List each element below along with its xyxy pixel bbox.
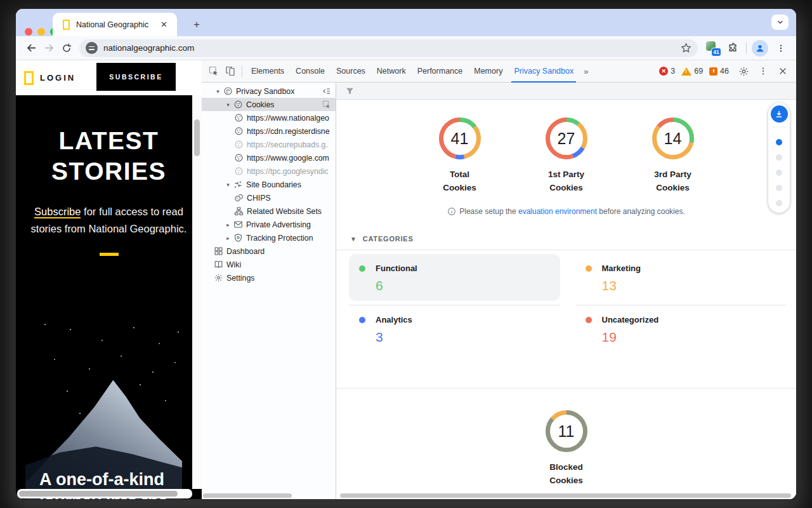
collapse-panel-icon[interactable] (322, 86, 331, 96)
tree-item-label: Settings (226, 274, 254, 283)
inspect-element-icon[interactable] (206, 63, 222, 79)
browser-window: National Geographic ✕ + nationalgeograph… (16, 9, 796, 499)
minimize-window-button[interactable] (37, 28, 45, 36)
tree-item-https-cdn-registerdisne[interactable]: https://cdn.registerdisne (202, 124, 336, 138)
console-errors-badge[interactable]: ✕ 3 (659, 67, 675, 76)
profile-avatar[interactable] (752, 40, 768, 57)
donut-3rd-party-cookies: 143rd PartyCookies (638, 116, 709, 194)
tree-item-related-website-sets[interactable]: Related Website Sets (202, 204, 336, 218)
tree-collapsed-arrow-icon[interactable]: ▸ (223, 222, 233, 228)
devtools-close-icon[interactable] (775, 63, 791, 79)
wiki-icon (213, 260, 224, 269)
site-boundaries-icon (233, 180, 244, 189)
section-dot-4[interactable] (776, 185, 782, 191)
section-dot-1-active[interactable] (776, 139, 782, 145)
donut-label: TotalCookies (443, 168, 476, 194)
devtools-tab-privacy-sandbox[interactable]: Privacy Sandbox (508, 60, 579, 82)
error-icon: ✕ (659, 67, 668, 76)
category-functional[interactable]: Functional6 (349, 254, 560, 305)
site-body: LATEST STORIES Subscribe for full access… (16, 95, 202, 499)
devtools-menu-kebab-icon[interactable] (755, 63, 771, 79)
tree-item-label: Dashboard (226, 247, 265, 256)
story-card-image[interactable]: A one-of-a-kind journey into the Amazon (25, 311, 182, 499)
issues-badge[interactable]: 46 (709, 67, 729, 76)
category-count: 6 (376, 278, 550, 293)
url-bar[interactable]: nationalgeographic.com (79, 39, 698, 57)
site-info-icon[interactable] (86, 42, 98, 54)
tree-item-settings[interactable]: Settings (202, 271, 336, 284)
device-toolbar-icon[interactable] (222, 63, 239, 79)
section-dot-2[interactable] (776, 154, 782, 161)
section-dot-5[interactable] (776, 200, 782, 206)
bookmark-star-icon[interactable] (681, 43, 691, 53)
tree-item-cookies[interactable]: ▾Cookies (202, 98, 336, 111)
tree-item-https-securepubads-g[interactable]: https://securepubads.g. (202, 138, 336, 151)
back-button[interactable] (22, 39, 40, 57)
filter-funnel-icon[interactable] (345, 86, 355, 96)
tree-item-dashboard[interactable]: Dashboard (202, 244, 336, 258)
sidebar-horizontal-scrollbar[interactable] (203, 493, 292, 498)
tree-item-tracking-protection[interactable]: ▸Tracking Protection (202, 231, 336, 244)
forward-button[interactable] (40, 39, 58, 57)
evaluation-environment-link[interactable]: evaluation environment (518, 207, 597, 216)
donut-blocked-cookies: 11BlockedCookies (531, 409, 602, 487)
devtools-tab-network[interactable]: Network (371, 60, 412, 82)
tree-item-label: https://www.nationalgeo (247, 114, 329, 123)
devtools-tab-elements[interactable]: Elements (246, 60, 290, 82)
devtools-settings-gear-icon[interactable] (735, 63, 752, 79)
site-horizontal-scrollbar[interactable] (17, 489, 192, 498)
tree-item-chips[interactable]: CHIPS (202, 191, 336, 204)
category-name: Uncategorized (602, 315, 659, 324)
login-button[interactable]: LOGIN (40, 73, 75, 83)
tree-item-label: Tracking Protection (246, 234, 313, 243)
devtools-tab-memory[interactable]: Memory (468, 60, 508, 82)
tree-item-https-www-google-com[interactable]: https://www.google.com (202, 151, 336, 164)
devtools-tab-console[interactable]: Console (290, 60, 331, 82)
tree-expanded-arrow-icon[interactable]: ▾ (223, 182, 233, 188)
devtools-tab-sources[interactable]: Sources (331, 60, 371, 82)
cookie-icon (233, 100, 244, 109)
donut-value: 11 (544, 409, 589, 453)
close-window-button[interactable] (25, 28, 32, 36)
category-dot-icon (359, 265, 365, 272)
category-marketing[interactable]: Marketing13 (575, 254, 787, 305)
related-website-sets-icon (233, 206, 244, 216)
categories-section-header[interactable]: ▼ CATEGORIES (350, 235, 796, 243)
category-uncategorized[interactable]: Uncategorized19 (575, 305, 787, 383)
tree-item-https-tpc-googlesyndic[interactable]: https://tpc.googlesyndic (202, 164, 336, 178)
tree-item-privacy-sandbox[interactable]: ▾Privacy Sandbox (202, 84, 336, 98)
subscribe-link[interactable]: Subscribe (34, 206, 81, 218)
category-dot-icon (359, 317, 365, 323)
tree-item-https-www-nationalgeo[interactable]: https://www.nationalgeo (202, 111, 336, 124)
category-name: Functional (376, 264, 417, 273)
site-vertical-scrollbar[interactable] (192, 95, 202, 489)
new-tab-button[interactable]: + (188, 17, 205, 33)
psat-extension-icon[interactable]: 41 (705, 40, 721, 57)
subscribe-button[interactable]: SUBSCRIBE (96, 63, 176, 91)
tab-close-icon[interactable]: ✕ (157, 18, 171, 30)
console-warnings-badge[interactable]: 69 (681, 67, 703, 76)
donut-label: 1st PartyCookies (548, 168, 584, 194)
main-horizontal-scrollbar[interactable] (340, 493, 791, 498)
natgeo-logo[interactable] (24, 71, 34, 85)
inspect-target-icon[interactable] (322, 100, 331, 109)
subscribe-promo-text: Subscribe for full access to read storie… (25, 203, 193, 237)
download-report-button[interactable] (771, 105, 788, 123)
tree-expanded-arrow-icon[interactable]: ▾ (223, 102, 233, 108)
tree-expanded-arrow-icon[interactable]: ▾ (213, 88, 223, 95)
tree-item-label: https://tpc.googlesyndic (247, 167, 329, 176)
extensions-puzzle-icon[interactable] (723, 39, 741, 57)
tree-item-wiki[interactable]: Wiki (202, 258, 336, 271)
category-analytics[interactable]: Analytics3 (349, 305, 560, 383)
tab-search-chevron-icon[interactable] (771, 15, 789, 30)
browser-menu-kebab-icon[interactable] (772, 39, 790, 57)
tree-item-private-advertising[interactable]: ▸Private Advertising (202, 218, 336, 231)
more-tabs-chevron-icon[interactable]: » (579, 67, 592, 76)
section-dot-3[interactable] (776, 170, 782, 176)
donut-value: 14 (651, 116, 695, 161)
reload-button[interactable] (58, 39, 75, 57)
devtools-tab-performance[interactable]: Performance (412, 60, 469, 82)
tree-item-site-boundaries[interactable]: ▾Site Boundaries (202, 178, 336, 191)
browser-tab[interactable]: National Geographic ✕ (53, 13, 177, 36)
tree-collapsed-arrow-icon[interactable]: ▸ (223, 235, 233, 241)
